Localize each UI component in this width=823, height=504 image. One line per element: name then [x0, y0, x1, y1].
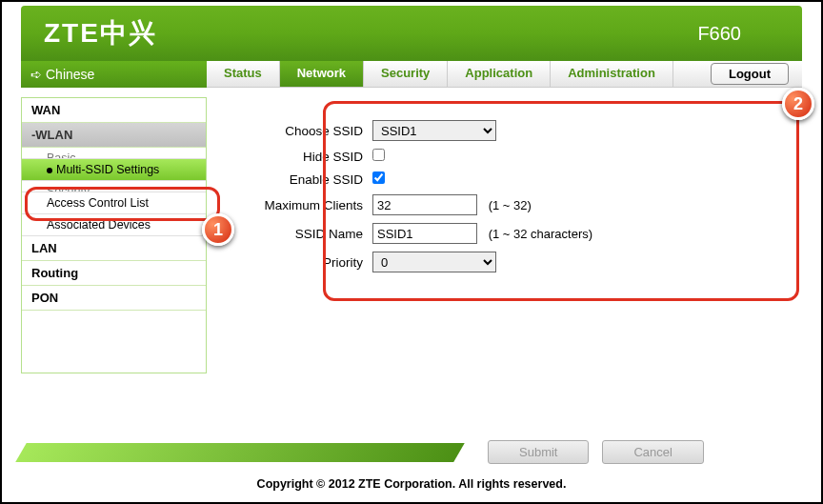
control-hide-ssid: [372, 149, 385, 164]
banner: ZTE中兴 F660: [21, 6, 802, 61]
control-enable-ssid: [372, 171, 385, 187]
tab-application[interactable]: Application: [448, 61, 551, 87]
model-label: F660: [697, 23, 741, 45]
label-hide-ssid: Hide SSID: [220, 150, 372, 164]
cancel-button[interactable]: Cancel: [602, 440, 703, 464]
callout-1: 1: [202, 213, 234, 246]
row-priority: Priority 0: [220, 252, 802, 272]
sidebar-sub-basic[interactable]: Basic: [22, 148, 206, 159]
control-ssid-name: (1 ~ 32 characters): [372, 223, 592, 244]
hint-ssid-name: (1 ~ 32 characters): [489, 227, 592, 241]
logout-slot: Logout: [711, 61, 802, 87]
hint-max-clients: (1 ~ 32): [489, 198, 532, 212]
control-max-clients: (1 ~ 32): [372, 194, 532, 215]
ssid-name-input[interactable]: [372, 223, 477, 244]
sidebar-item-wan[interactable]: WAN: [22, 98, 206, 123]
row-choose-ssid: Choose SSID SSID1: [220, 120, 802, 141]
label-ssid-name: SSID Name: [220, 227, 372, 241]
main-tabs: Status Network Security Application Admi…: [207, 61, 802, 88]
sidebar: WAN -WLAN Basic Multi-SSID Settings Secu…: [21, 97, 207, 373]
submit-button[interactable]: Submit: [488, 440, 589, 464]
sidebar-sub-security[interactable]: Security: [22, 181, 206, 192]
label-enable-ssid: Enable SSID: [220, 172, 372, 187]
row-max-clients: Maximum Clients (1 ~ 32): [220, 194, 802, 215]
tab-status[interactable]: Status: [207, 61, 280, 87]
body: WAN -WLAN Basic Multi-SSID Settings Secu…: [2, 88, 821, 373]
app-root: ZTE中兴 F660 ➪ Chinese Status Network Secu…: [0, 0, 823, 504]
row-enable-ssid: Enable SSID: [220, 171, 802, 187]
row-hide-ssid: Hide SSID: [220, 149, 802, 164]
sidebar-sub-assoc[interactable]: Associated Devices: [22, 214, 206, 236]
control-priority: 0: [372, 252, 496, 272]
tab-administration[interactable]: Administration: [551, 61, 673, 87]
label-max-clients: Maximum Clients: [220, 198, 372, 212]
priority-select[interactable]: 0: [372, 252, 496, 272]
hide-ssid-checkbox[interactable]: [372, 149, 385, 161]
enable-ssid-checkbox[interactable]: [372, 171, 385, 184]
arrow-icon: ➪: [30, 67, 42, 82]
callout-2: 2: [782, 88, 814, 120]
tab-security[interactable]: Security: [364, 61, 448, 87]
sidebar-item-routing[interactable]: Routing: [22, 261, 206, 286]
sidebar-sub-multi-ssid[interactable]: Multi-SSID Settings: [22, 159, 206, 181]
logout-button[interactable]: Logout: [711, 63, 789, 85]
language-label: Chinese: [46, 67, 94, 82]
label-choose-ssid: Choose SSID: [220, 124, 372, 138]
sidebar-item-pon[interactable]: PON: [22, 286, 206, 311]
bullet-icon: [47, 168, 52, 173]
decorative-stripe: [15, 443, 465, 462]
bottom-bar: Submit Cancel: [21, 440, 802, 464]
header: ZTE中兴 F660 ➪ Chinese Status Network Secu…: [2, 2, 821, 88]
max-clients-input[interactable]: [372, 194, 477, 215]
brand-logo: ZTE中兴: [44, 15, 157, 51]
main-panel: Choose SSID SSID1 Hide SSID Enable SSID …: [220, 97, 802, 373]
tab-network[interactable]: Network: [280, 61, 364, 87]
row-ssid-name: SSID Name (1 ~ 32 characters): [220, 223, 802, 244]
label-priority: Priority: [220, 255, 372, 270]
sidebar-sub-label: Multi-SSID Settings: [56, 163, 159, 176]
langbar: ➪ Chinese Status Network Security Applic…: [21, 61, 802, 88]
control-choose-ssid: SSID1: [372, 120, 496, 141]
choose-ssid-select[interactable]: SSID1: [372, 120, 496, 141]
sidebar-sub-acl[interactable]: Access Control List: [22, 192, 206, 214]
sidebar-item-lan[interactable]: LAN: [22, 236, 206, 261]
copyright-text: Copyright © 2012 ZTE Corporation. All ri…: [2, 477, 821, 491]
sidebar-item-wlan[interactable]: -WLAN: [22, 123, 206, 148]
language-switch[interactable]: ➪ Chinese: [21, 61, 207, 88]
